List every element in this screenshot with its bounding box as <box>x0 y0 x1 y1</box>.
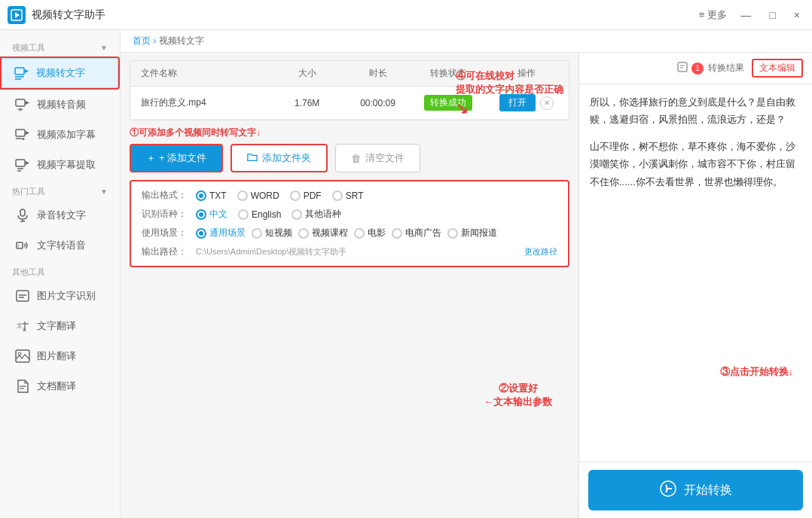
output-path-input[interactable] <box>196 248 515 257</box>
scene-short-video[interactable]: 短视频 <box>252 227 292 239</box>
sidebar-section-hot-tools: 热门工具 ▼ <box>0 180 120 200</box>
sidebar-item-image-ocr[interactable]: 图片文字识别 <box>0 281 120 311</box>
col-header-duration: 时长 <box>343 61 414 86</box>
path-label: 输出路径： <box>142 245 187 258</box>
svg-marker-15 <box>26 161 29 165</box>
other-radio-dot <box>292 209 302 220</box>
breadcrumb-home[interactable]: 首页 <box>133 35 151 46</box>
title-bar: 视频转文字助手 ≡ 更多 — □ × <box>0 0 812 30</box>
convert-result-icon <box>676 61 688 75</box>
image-ocr-icon <box>14 288 31 304</box>
text-edit-button[interactable]: 文本编辑 <box>752 59 803 78</box>
more-button[interactable]: ≡ 更多 <box>699 8 728 22</box>
sidebar-item-video-subtitle-extract[interactable]: 视频字幕提取 <box>0 150 120 180</box>
scene-movie[interactable]: 电影 <box>354 227 386 239</box>
svg-text:T: T <box>17 244 20 248</box>
sidebar-section-other-tools: 其他工具 <box>0 261 120 281</box>
sidebar-label-doc-translate: 文档翻译 <box>37 379 76 393</box>
scene-news[interactable]: 新闻报道 <box>447 227 497 239</box>
breadcrumb-separator: › <box>153 35 158 46</box>
add-file-button[interactable]: ＋ + 添加文件 <box>130 144 223 172</box>
video-subtitle-extract-icon <box>14 157 31 173</box>
general-radio-dot <box>196 228 206 239</box>
svg-rect-23 <box>17 291 29 301</box>
sidebar-item-video-add-subtitle[interactable]: 视频添加字幕 <box>0 120 120 150</box>
sidebar-label-video-subtitle-extract: 视频字幕提取 <box>37 158 96 172</box>
add-file-label: + 添加文件 <box>159 151 206 165</box>
settings-panel: 输出格式： TXT WORD <box>130 180 569 267</box>
sidebar-label-image-translate: 图片翻译 <box>37 349 76 363</box>
sidebar-label-image-ocr: 图片文字识别 <box>37 289 96 303</box>
video-to-audio-icon <box>14 96 31 113</box>
image-translate-icon <box>14 348 31 364</box>
lang-other[interactable]: 其他语种 <box>292 208 341 221</box>
format-txt[interactable]: TXT <box>196 190 227 201</box>
remove-file-button[interactable]: ✕ <box>540 96 554 110</box>
open-file-button[interactable]: 打开 <box>499 94 536 111</box>
sidebar-item-text-to-speech[interactable]: T 文字转语音 <box>0 230 120 261</box>
lang-english[interactable]: English <box>238 209 281 220</box>
format-srt[interactable]: SRT <box>332 190 364 201</box>
svg-marker-3 <box>25 69 29 73</box>
close-button[interactable]: × <box>789 8 804 23</box>
format-pdf[interactable]: PDF <box>290 190 322 201</box>
minimize-button[interactable]: — <box>736 8 756 23</box>
right-panel-header: 1 转换结果 文本编辑 <box>579 53 812 84</box>
format-label: 输出格式： <box>142 189 187 202</box>
course-radio-dot <box>298 228 309 239</box>
clear-files-button[interactable]: 🗑 清空文件 <box>335 144 420 172</box>
add-folder-button[interactable]: 添加文件夹 <box>230 144 328 172</box>
news-radio-dot <box>447 228 458 239</box>
maximize-button[interactable]: □ <box>765 8 780 23</box>
content-paragraph-1: 所以，你选择旅行的意义到底是什么？是自由救赎，逃避归宿，风景拍照，流浪远方，还是… <box>590 93 801 129</box>
file-size-cell: 1.76M <box>272 90 343 116</box>
title-bar-left: 视频转文字助手 <box>8 6 105 24</box>
sidebar-item-video-to-audio[interactable]: 视频转音频 <box>0 90 120 120</box>
table-header: 文件名称 大小 时长 转换状态 操作 <box>130 61 569 87</box>
status-badge: 转换成功 <box>424 95 472 111</box>
arrow-icon: ▼ <box>100 44 108 52</box>
convert-result-button[interactable]: 1 转换结果 <box>676 61 744 75</box>
svg-rect-34 <box>678 62 687 72</box>
chinese-radio-dot <box>196 209 206 220</box>
svg-marker-1 <box>15 12 20 18</box>
file-action-cell: 打开 ✕ <box>484 87 569 119</box>
file-status-cell: 转换成功 <box>413 87 484 118</box>
scene-ecommerce[interactable]: 电商广告 <box>392 227 441 239</box>
text-translate-icon: 文A <box>14 318 31 334</box>
svg-marker-10 <box>26 131 29 135</box>
menu-icon: ≡ <box>699 9 705 20</box>
sidebar-item-image-translate[interactable]: 图片翻译 <box>0 341 120 371</box>
sidebar-item-audio-to-text[interactable]: 录音转文字 <box>0 200 120 230</box>
svg-rect-18 <box>20 209 25 216</box>
start-convert-label: 开始转换 <box>684 483 732 498</box>
settings-path-row: 输出路径： 更改路径 <box>142 245 557 258</box>
scene-general[interactable]: 通用场景 <box>196 227 246 239</box>
format-word[interactable]: WORD <box>237 190 279 201</box>
change-path-button[interactable]: 更改路径 <box>524 246 557 257</box>
clear-files-label: 清空文件 <box>365 151 404 165</box>
svg-rect-6 <box>16 99 25 106</box>
start-convert-button[interactable]: 开始转换 <box>588 470 803 510</box>
sidebar-label-video-to-audio: 视频转音频 <box>37 98 86 111</box>
lang-chinese[interactable]: 中文 <box>196 208 227 221</box>
sidebar-item-text-translate[interactable]: 文A 文字翻译 <box>0 311 120 341</box>
svg-rect-2 <box>15 68 24 75</box>
pdf-radio-dot <box>290 190 301 201</box>
srt-radio-dot <box>332 190 343 201</box>
sidebar-item-doc-translate[interactable]: 文档翻译 <box>0 371 120 401</box>
start-convert-icon <box>660 480 676 500</box>
format-radio-group: TXT WORD PDF <box>196 190 363 201</box>
scene-course[interactable]: 视频课程 <box>298 227 348 239</box>
col-header-action: 操作 <box>484 61 569 86</box>
left-panel: 文件名称 大小 时长 转换状态 操作 旅行的意义.mp4 1.76M 00:00… <box>121 53 578 518</box>
txt-radio-dot <box>196 190 206 201</box>
sidebar-item-video-to-text[interactable]: 视频转文字 <box>0 56 120 90</box>
result-count-badge: 1 <box>691 62 704 75</box>
plus-icon: ＋ <box>146 151 156 165</box>
content-area: 首页 › 视频转文字 文件名称 大小 时长 转换状态 操作 旅行的意义.m <box>121 30 812 518</box>
sidebar-label-video-to-text: 视频转文字 <box>36 66 85 80</box>
right-panel-footer: 开始转换 <box>579 462 812 518</box>
add-folder-label: 添加文件夹 <box>262 151 311 165</box>
audio-to-text-icon <box>14 207 31 224</box>
